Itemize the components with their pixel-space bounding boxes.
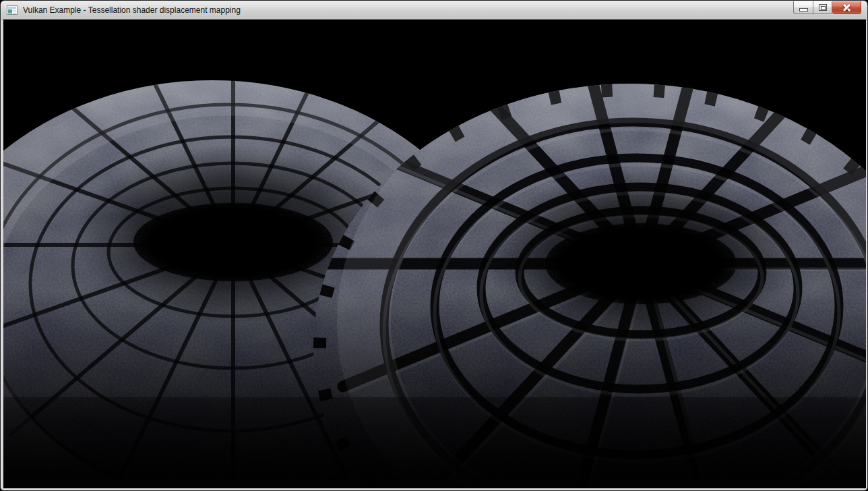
torus-right-hole	[544, 222, 738, 306]
app-icon-teal-pane	[8, 9, 12, 13]
minimize-icon	[799, 8, 808, 11]
maximize-button[interactable]	[813, 1, 832, 14]
floor-shadow	[3, 397, 866, 488]
torus-left-hole	[132, 202, 334, 283]
app-window-icon[interactable]	[7, 5, 18, 15]
window-title: Vulkan Example - Tessellation shader dis…	[23, 1, 241, 20]
caption-buttons	[793, 1, 861, 14]
app-icon-line	[13, 13, 16, 14]
tessellation-scene	[3, 20, 866, 488]
app-window: Vulkan Example - Tessellation shader dis…	[0, 0, 868, 491]
maximize-icon	[819, 4, 827, 11]
app-icon-line	[13, 10, 16, 11]
titlebar[interactable]: Vulkan Example - Tessellation shader dis…	[1, 1, 867, 20]
minimize-button[interactable]	[793, 1, 813, 14]
close-button[interactable]	[832, 1, 861, 14]
app-icon-titlebar-stripe	[8, 7, 16, 9]
close-x-icon	[842, 3, 851, 11]
vulkan-render-viewport[interactable]	[3, 20, 866, 488]
